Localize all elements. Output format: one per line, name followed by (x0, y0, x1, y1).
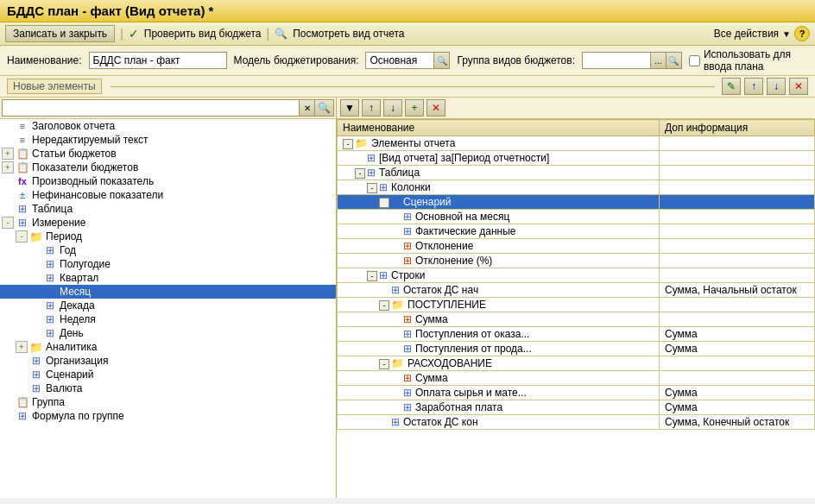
table-row-icon: ⊞ (367, 167, 376, 179)
tree-expand-btn[interactable]: + (16, 341, 28, 353)
table-row[interactable]: ⊞Остаток ДС конСумма, Конечный остаток (338, 415, 815, 430)
table-row[interactable]: ⊞Заработная платаСумма (338, 400, 815, 415)
table-row[interactable]: ⊞[Вид отчета] за[Период отчетности] (338, 151, 815, 166)
tree-item-label: Заголовок отчета (32, 120, 115, 132)
right-add-button[interactable]: + (405, 99, 424, 117)
search-input[interactable] (2, 99, 300, 117)
move-up-button[interactable]: ↑ (744, 78, 763, 95)
left-tree-item[interactable]: ⊞Декада (0, 299, 336, 312)
add-element-button[interactable]: ✎ (722, 78, 741, 95)
table-row[interactable]: ⊞Отклонение (%) (338, 254, 815, 268)
table-row[interactable]: ⊞Отклонение (338, 239, 815, 254)
tree-item-label: Месяц (60, 286, 91, 298)
table-row[interactable]: ⊞Фактические данные (338, 224, 815, 239)
table-row[interactable]: -📁ПОСТУПЛЕНИЕ (338, 298, 815, 312)
left-tree-item[interactable]: 📋Группа (0, 395, 336, 409)
table-row-info (660, 224, 815, 239)
right-filter-button[interactable]: ▼ (340, 99, 359, 117)
table-row-label: Оплата сырья и мате... (415, 387, 527, 399)
table-row[interactable]: -⊞Колонки (338, 180, 815, 195)
name-label: Наименование: (7, 54, 82, 66)
right-table: Наименование Доп информация -📁Элементы о… (337, 119, 815, 498)
table-expand-btn[interactable]: - (379, 300, 389, 311)
view-report-link[interactable]: Посмотреть вид отчета (293, 28, 404, 40)
left-tree-item[interactable]: -⊞Измерение (0, 216, 336, 230)
left-tree-item[interactable]: ⊞Полугодие (0, 257, 336, 271)
use-plan-checkbox-label[interactable]: Использовать для ввода плана (689, 48, 808, 72)
col-info-header: Доп информация (660, 120, 815, 136)
table-row[interactable]: ⊞Поступления от прода...Сумма (338, 342, 815, 356)
name-input[interactable] (89, 52, 227, 69)
left-tree-item[interactable]: ⊞Организация (0, 354, 336, 368)
left-tree-item[interactable]: ⊞Месяц (0, 285, 336, 299)
help-icon[interactable]: ? (794, 26, 810, 41)
table-expand-btn[interactable]: - (379, 198, 389, 208)
model-search-button[interactable]: 🔍 (434, 52, 450, 69)
tree-item-label: Группа (32, 396, 65, 408)
delete-element-button[interactable]: ✕ (789, 78, 808, 95)
left-tree-item[interactable]: ≡Нередактируемый текст (0, 133, 336, 147)
tree-item-label: Полугодие (60, 258, 111, 270)
table-row-info: Сумма (660, 400, 815, 415)
table-row[interactable]: ⊞Поступления от оказа...Сумма (338, 327, 815, 342)
left-tree-item[interactable]: +📋Статьи бюджетов (0, 147, 336, 161)
table-expand-btn[interactable]: - (343, 139, 353, 149)
left-tree-item[interactable]: ⊞Валюта (0, 381, 336, 395)
use-plan-checkbox[interactable] (689, 55, 700, 66)
tree-item-icon: 📁 (29, 341, 43, 353)
search-go-button[interactable]: 🔍 (315, 99, 334, 117)
table-row[interactable]: ⊞Основной на месяц (338, 210, 815, 224)
right-up-button[interactable]: ↑ (362, 99, 381, 117)
left-tree-item[interactable]: +📋Показатели бюджетов (0, 161, 336, 174)
right-delete-button[interactable]: ✕ (426, 99, 445, 117)
left-tree-item[interactable]: ⊞Неделя (0, 312, 336, 326)
model-field: 🔍 (365, 52, 450, 69)
left-tree-item[interactable]: ⊞Год (0, 243, 336, 257)
table-row-icon: ⊞ (391, 284, 400, 296)
table-row[interactable]: ⊞Сумма (338, 371, 815, 386)
group-label: Группа видов бюджетов: (457, 54, 575, 66)
left-tree-item[interactable]: ⊞Квартал (0, 271, 336, 285)
check-budget-link[interactable]: Проверить вид бюджета (144, 28, 262, 40)
table-row[interactable]: -⊞Строки (338, 268, 815, 283)
tree-expand-btn[interactable]: + (2, 161, 14, 173)
move-down-button[interactable]: ↓ (767, 78, 786, 95)
group-input[interactable] (582, 52, 651, 69)
check-icon: ✓ (129, 27, 139, 41)
tree-expand-btn[interactable]: - (2, 217, 14, 229)
right-down-button[interactable]: ↓ (383, 99, 402, 117)
left-tree-item[interactable]: ⊞Таблица (0, 202, 336, 216)
model-input[interactable] (365, 52, 434, 69)
left-tree-item[interactable]: -📁Период (0, 230, 336, 243)
tree-expand-btn[interactable]: + (2, 148, 14, 160)
table-expand-btn[interactable]: - (367, 271, 377, 281)
table-expand-btn[interactable]: - (379, 359, 389, 369)
left-tree-item[interactable]: fxПроизводный показатель (0, 174, 336, 188)
left-tree-item[interactable]: ⊞День (0, 326, 336, 340)
left-tree-item[interactable]: ⊞Формула по группе (0, 409, 336, 423)
tree-item-label: Организация (46, 355, 108, 367)
table-row[interactable]: -⊞Сценарий (338, 195, 815, 210)
left-tree-item[interactable]: ±Нефинансовые показатели (0, 188, 336, 202)
table-expand-btn[interactable]: - (355, 168, 365, 179)
left-tree-item[interactable]: +📁Аналитика (0, 340, 336, 354)
table-row-icon: ⊞ (403, 387, 412, 399)
left-tree-item[interactable]: ⊞Сценарий (0, 368, 336, 381)
table-row[interactable]: -⊞Таблица (338, 166, 815, 180)
table-row[interactable]: -📁РАСХОДОВАНИЕ (338, 356, 815, 371)
table-expand-btn[interactable]: - (367, 183, 377, 193)
save-close-button[interactable]: Записать и закрыть (5, 25, 115, 42)
all-actions-menu[interactable]: Все действия ▼ ? (714, 26, 810, 41)
tree-item-icon: ⊞ (29, 369, 43, 381)
table-row-info: Сумма (660, 327, 815, 342)
search-clear-button[interactable]: ✕ (300, 99, 315, 117)
table-row[interactable]: ⊞Оплата сырья и мате...Сумма (338, 386, 815, 400)
group-btn2[interactable]: 🔍 (667, 52, 682, 69)
table-row[interactable]: ⊞Остаток ДС начСумма, Начальный остаток (338, 283, 815, 298)
tree-expand-btn[interactable]: - (16, 230, 28, 243)
table-row[interactable]: -📁Элементы отчета (338, 136, 815, 151)
table-row-label: Сумма (415, 313, 448, 325)
left-tree-item[interactable]: ≡Заголовок отчета (0, 119, 336, 133)
group-btn1[interactable]: ... (651, 52, 667, 69)
table-row[interactable]: ⊞Сумма (338, 312, 815, 327)
